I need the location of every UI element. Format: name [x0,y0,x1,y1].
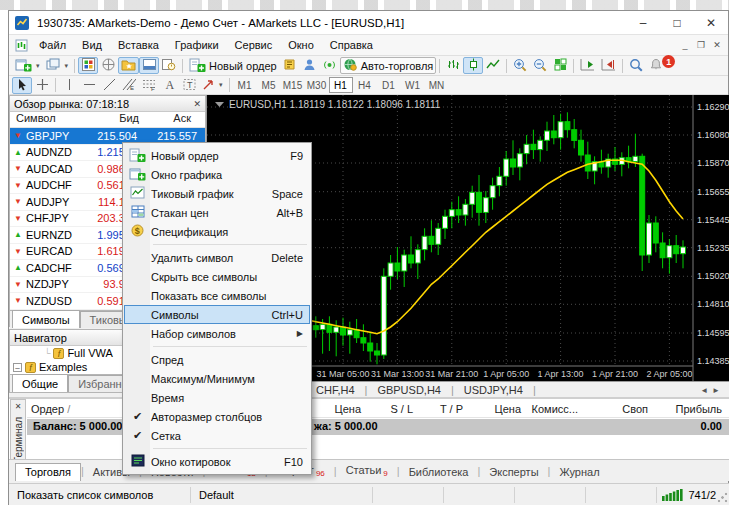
data-window-toggle[interactable] [98,57,118,74]
close-button[interactable]: ✕ [694,12,728,34]
menu-item-тиковый-график[interactable]: Тиковый графикSpace [124,184,310,203]
fibonacci-tool[interactable]: F [139,77,159,94]
menu-item-скрыть-все-символы[interactable]: Скрыть все символы [124,267,310,286]
chart-tab-chfh4[interactable]: CHF,H4 [312,384,359,396]
resize-grip[interactable] [716,491,729,504]
search-button[interactable] [626,57,646,74]
vertical-line-tool[interactable] [59,77,79,94]
menu-item-максимум-минимум[interactable]: Максимум/Минимум [124,369,310,388]
menu-item-символы[interactable]: СимволыCtrl+U [124,305,310,324]
menu-item-сетка[interactable]: ✔Сетка [124,426,310,445]
menu-item-удалить-символ[interactable]: Удалить символDelete [124,248,310,267]
terminal-close-icon[interactable]: ✕ [15,400,22,411]
column-bid[interactable]: Бид [80,112,139,127]
title-bar[interactable]: 1930735: AMarkets-Demo - Демо Счет - AMa… [9,11,728,35]
timeframe-m5[interactable]: M5 [257,77,281,93]
zoom-in-button[interactable] [510,57,530,74]
terminal-tab-библиотека[interactable]: Библиотека [400,464,478,481]
column-цена[interactable]: Цена [335,403,361,415]
navigator-toggle[interactable] [118,57,139,74]
terminal-tab-эксперты[interactable]: Эксперты [480,464,547,481]
column-s-l[interactable]: S / L [390,403,413,415]
column-t-p[interactable]: T / P [440,403,463,415]
menu-Окно[interactable]: Окно [280,37,322,53]
timeframe-mn[interactable]: MN [425,77,449,93]
zoom-out-button[interactable] [530,57,550,74]
terminal-tab-торговля[interactable]: Торговля [15,463,81,481]
menu-item-новый-ордер[interactable]: Новый ордерF9 [124,146,310,165]
chart-tab-usdjpyh4[interactable]: USDJPY,H4 [460,384,527,396]
menu-item-набор-символов[interactable]: Набор символов▶ [124,324,310,343]
equidistant-channel-tool[interactable]: E [119,77,139,94]
trendline-tool[interactable] [99,77,119,94]
auto-scroll-button[interactable] [577,57,598,74]
timeframe-m30[interactable]: M30 [305,77,329,93]
menu-item-стакан-цен[interactable]: Стакан ценAlt+B [124,203,310,222]
market-watch-context-menu: Новый ордерF9Окно графикаТиковый графикS… [122,142,312,475]
auto-trading-button[interactable]: Авто-торговля [340,57,437,74]
column-цена[interactable]: Цена [495,403,521,415]
profiles-button[interactable]: ▾ [43,57,72,74]
chart-tab-gbpusdh4[interactable]: GBPUSD,H4 [373,384,445,396]
market-watch-toggle[interactable] [78,57,98,74]
strategy-tester-toggle[interactable] [159,57,179,74]
mdi-close-button[interactable]: ✕ [710,40,724,50]
collapse-icon[interactable]: – [13,363,22,372]
menu-Графики[interactable]: Графики [167,37,227,53]
minimize-button[interactable]: – [626,12,660,34]
arrows-tool[interactable]: ▾ [199,77,226,94]
signals-button[interactable] [320,57,340,74]
bar-chart-button[interactable] [443,57,463,74]
terminal-tab-журнал[interactable]: Журнал [550,464,608,481]
horizontal-line-tool[interactable] [79,77,99,94]
timeframe-d1[interactable]: D1 [377,77,401,93]
column-symbol[interactable]: Символ [10,112,80,127]
menu-Сервис[interactable]: Сервис [227,37,281,53]
menu-item-окно-графика[interactable]: Окно графика [124,165,310,184]
mdi-restore-button[interactable]: ❐ [694,40,708,50]
text-tool[interactable]: A [159,77,179,94]
menu-item-окно-котировок[interactable]: Окно котировокF10 [124,452,310,471]
menu-item-спред[interactable]: Спред [124,350,310,369]
menu-item-время[interactable]: Время [124,388,310,407]
menu-item-показать-все-символы[interactable]: Показать все символы [124,286,310,305]
line-chart-button[interactable] [483,57,503,74]
column-прибыль[interactable]: Прибыль [675,403,722,415]
cursor-tool[interactable] [12,77,32,94]
market-watch-tab-symbols[interactable]: Символы [12,310,80,328]
menu-item-спецификация[interactable]: $Спецификация [124,222,310,241]
candlestick-chart-button[interactable] [463,57,483,74]
crosshair-tool[interactable] [32,77,52,94]
mdi-minimize-button[interactable]: _ [678,40,692,50]
timeframe-h4[interactable]: H4 [353,77,377,93]
column-ask[interactable]: Аск [139,112,205,127]
new-order-button[interactable]: Новый ордер [186,57,280,74]
timeframe-h1[interactable]: H1 [329,77,353,93]
menu-Вставка[interactable]: Вставка [110,37,167,53]
status-profile[interactable]: Default [191,487,373,503]
terminal-tab-статьи[interactable]: Статьи9 [337,462,397,481]
new-chart-button[interactable]: ▾ [12,57,43,74]
timeframe-m15[interactable]: M15 [281,77,305,93]
column-order[interactable]: Ордер / [31,403,70,415]
horizontal-line-tool-icon [83,79,96,91]
maximize-button[interactable]: □ [660,12,694,34]
timeframe-w1[interactable]: W1 [401,77,425,93]
timeframe-m1[interactable]: M1 [233,77,257,93]
menu-item-авторазмер-столбцов[interactable]: ✔Авторазмер столбцов [124,407,310,426]
chart-shift-button[interactable] [598,57,619,74]
mql-community-button[interactable] [300,57,320,74]
metaeditor-button[interactable] [280,57,300,74]
terminal-toggle[interactable] [139,57,159,74]
navigator-tab-common[interactable]: Общие [12,374,68,392]
menu-Вид[interactable]: Вид [74,37,110,53]
menu-Файл[interactable]: Файл [31,37,74,53]
menu-Справка[interactable]: Справка [322,37,381,53]
tile-windows-button[interactable] [550,57,570,74]
column-своп[interactable]: Своп [622,403,648,415]
column-комисс-[interactable]: Комисс... [532,403,578,415]
tab-scroll-arrows[interactable]: ◄► [700,386,729,395]
terminal-vertical-label[interactable]: Терминал [13,417,24,463]
market-watch-close-icon[interactable]: ✕ [193,99,201,109]
text-label-tool[interactable]: T [179,77,199,94]
